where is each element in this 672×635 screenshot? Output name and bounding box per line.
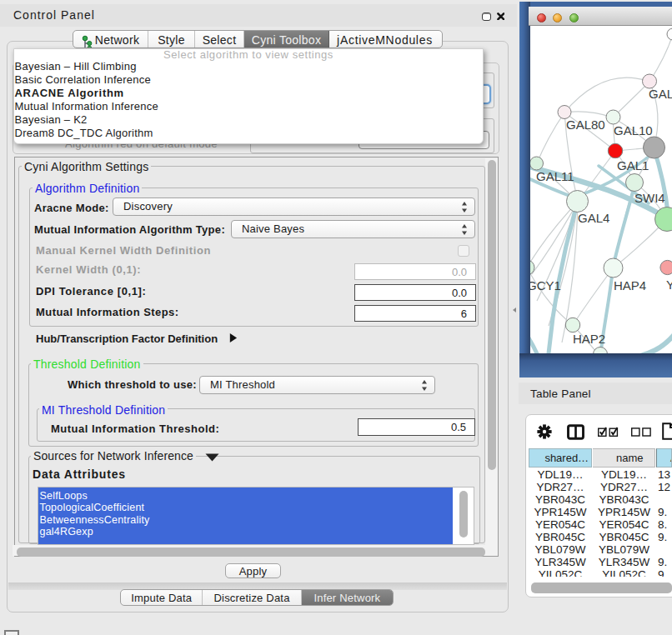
svg-text:GAL4: GAL4 [578, 211, 609, 225]
svg-text:GAL80: GAL80 [566, 118, 605, 132]
svg-text:GAL10: GAL10 [614, 123, 653, 138]
svg-text:HAP2: HAP2 [573, 332, 605, 346]
svg-text:GAL2: GAL2 [649, 87, 672, 101]
svg-text:GAL1: GAL1 [617, 158, 649, 172]
svg-text:HAP4: HAP4 [614, 278, 646, 292]
svg-text:GAL11: GAL11 [536, 169, 574, 183]
svg-text:YEL: YEL [666, 278, 672, 292]
svg-text:GCY1: GCY1 [530, 278, 561, 292]
svg-text:SWI4: SWI4 [634, 191, 665, 205]
